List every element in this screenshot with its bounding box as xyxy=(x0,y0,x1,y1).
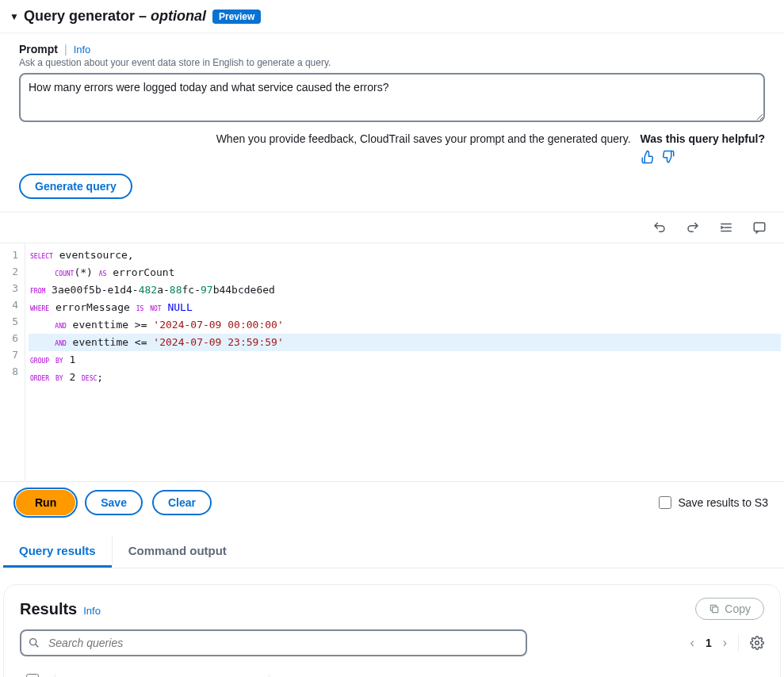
copy-icon xyxy=(709,603,720,614)
divider xyxy=(738,634,739,652)
code-line[interactable]: FROM 3ae00f5b-e1d4-482a-88fc-97b44bcde6e… xyxy=(29,281,781,299)
undo-icon[interactable] xyxy=(652,220,667,235)
code-line[interactable]: count(*) as errorCount xyxy=(29,264,781,281)
prompt-info-link[interactable]: Info xyxy=(74,44,91,55)
caret-down-icon: ▼ xyxy=(10,11,19,22)
next-page-icon[interactable]: › xyxy=(723,636,727,650)
svg-rect-0 xyxy=(754,223,765,231)
select-all-checkbox[interactable] xyxy=(26,674,39,677)
svg-point-3 xyxy=(755,641,759,645)
format-icon[interactable] xyxy=(719,220,733,235)
results-info-link[interactable]: Info xyxy=(83,605,101,617)
results-tabs: Query results Command output xyxy=(0,536,784,568)
feedback-note: When you provide feedback, CloudTrail sa… xyxy=(216,132,631,145)
gear-icon[interactable] xyxy=(750,636,764,650)
pagination: ‹ 1 › xyxy=(690,634,764,652)
svg-rect-1 xyxy=(713,607,718,613)
editor-footer: Run Save Clear Save results to S3 xyxy=(0,481,784,523)
line-gutter: 12345678 xyxy=(0,243,25,481)
code-line[interactable]: AND eventtime <= '2024-07-09 23:59:59' xyxy=(29,334,781,351)
save-results-checkbox[interactable] xyxy=(659,496,671,509)
prompt-input[interactable] xyxy=(19,73,765,122)
feedback-question: Was this query helpful? xyxy=(641,132,765,145)
sql-editor[interactable]: 12345678 SELECT eventsource, count(*) as… xyxy=(0,243,784,481)
save-button[interactable]: Save xyxy=(85,490,143,515)
editor-toolbar xyxy=(0,212,784,243)
svg-point-2 xyxy=(30,639,36,645)
comment-icon[interactable] xyxy=(752,220,767,235)
prompt-label: Prompt xyxy=(19,43,58,55)
generate-query-button[interactable]: Generate query xyxy=(19,174,132,199)
divider: | xyxy=(64,43,67,55)
results-panel: Results Info Copy ‹ 1 › xyxy=(3,584,781,677)
code-line[interactable]: SELECT eventsource, xyxy=(29,247,781,264)
tab-command-output[interactable]: Command output xyxy=(112,536,243,568)
save-results-checkbox-label[interactable]: Save results to S3 xyxy=(659,496,768,509)
code-line[interactable]: AND eventtime >= '2024-07-09 00:00:00' xyxy=(29,316,781,334)
preview-badge: Preview xyxy=(212,10,261,24)
code-line[interactable]: WHERE errorMessage IS NOT NULL xyxy=(29,299,781,316)
search-icon xyxy=(28,637,40,649)
redo-icon[interactable] xyxy=(686,220,700,235)
code-line[interactable]: ORDER BY 2 DESC; xyxy=(29,369,781,386)
code-body[interactable]: SELECT eventsource, count(*) as errorCou… xyxy=(25,243,784,481)
section-title: Query generator – optional xyxy=(24,8,206,25)
search-input[interactable] xyxy=(20,629,527,656)
code-line[interactable]: GROUP BY 1 xyxy=(29,351,781,369)
copy-button[interactable]: Copy xyxy=(695,598,764,620)
prompt-section: Prompt | Info Ask a question about your … xyxy=(0,33,784,212)
results-table: eventsource ▽ errorCount ▽ s3.amazonaws.… xyxy=(20,666,764,677)
prompt-help-text: Ask a question about your event data sto… xyxy=(19,57,765,68)
prev-page-icon[interactable]: ‹ xyxy=(690,636,694,650)
query-generator-header[interactable]: ▼ Query generator – optional Preview xyxy=(0,0,784,33)
page-number: 1 xyxy=(706,637,712,649)
clear-button[interactable]: Clear xyxy=(152,490,212,515)
run-button[interactable]: Run xyxy=(16,490,75,515)
thumbs-up-icon[interactable] xyxy=(641,150,655,164)
tab-query-results[interactable]: Query results xyxy=(3,536,112,568)
thumbs-down-icon[interactable] xyxy=(661,150,675,164)
results-title: Results xyxy=(20,600,77,618)
